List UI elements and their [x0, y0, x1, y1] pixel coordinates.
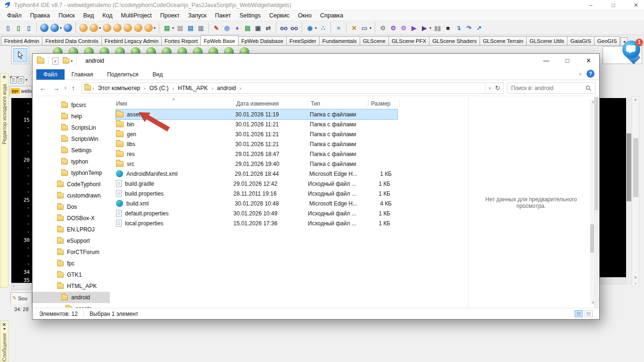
explorer-close-button[interactable]: ✕ — [578, 54, 599, 68]
menu-item-Код[interactable]: Код — [98, 11, 116, 20]
file-row-gen[interactable]: gen30.01.2026 11:21Папка с файлами — [116, 129, 397, 139]
tree-item-ScriptsWin[interactable]: ScriptsWin — [33, 133, 110, 145]
breadcrumb-item-android[interactable]: android — [215, 85, 238, 91]
column-divider[interactable] — [368, 99, 368, 107]
recent-locations-icon[interactable]: ∨ — [63, 86, 68, 90]
tree-item-DOSBox-X[interactable]: DOSBox-X — [33, 213, 110, 224]
ide-maximize-button[interactable]: □ — [610, 2, 617, 8]
menu-item-Вид[interactable]: Вид — [79, 11, 99, 20]
tab-FpWeb Base[interactable]: FpWeb Base — [200, 35, 238, 46]
save-icon[interactable]: ▤ — [175, 23, 185, 33]
select-tool-button[interactable] — [11, 46, 29, 64]
tree-item-fpcsrc[interactable]: fpcsrc — [33, 99, 110, 111]
package-open-dropdown-icon[interactable]: ▾ — [99, 26, 101, 30]
debug-run-dropdown-icon[interactable]: ▾ — [429, 26, 431, 30]
inspect-icon[interactable]: ◎ — [222, 23, 231, 33]
tab-GaiaGIS[interactable]: GaiaGIS — [567, 36, 594, 46]
package-save-icon[interactable] — [103, 24, 111, 32]
step-into-icon[interactable]: ↴ — [454, 23, 463, 33]
file-row-build.gradle[interactable]: build.gradle29.01.2026 12:42Исходный фай… — [116, 179, 397, 189]
source-tab[interactable]: ✎ Sou — [10, 292, 32, 304]
package-tools-icon[interactable] — [134, 24, 142, 32]
menu-item-Справка[interactable]: Справка — [316, 11, 347, 20]
quick-access-customize-icon[interactable]: ▾ — [71, 59, 73, 63]
tab-GeoGIS[interactable]: GeoGIS — [594, 36, 620, 46]
editor-vscrollbar[interactable] — [626, 98, 632, 285]
menu-item-Файл[interactable]: Файл — [3, 11, 26, 20]
project-list-dropdown-icon[interactable]: ▾ — [172, 26, 174, 30]
ide-close-button[interactable]: ✕ — [633, 2, 639, 8]
dock-dropdown-icon[interactable]: ▾ — [25, 78, 27, 82]
tree-item-android[interactable]: android — [33, 292, 110, 303]
thumbnails-view-icon[interactable] — [585, 310, 593, 317]
scroll-up-icon[interactable]: ∧ — [632, 98, 639, 102]
menu-item-Проект[interactable]: Проект — [156, 11, 184, 20]
save-all-icon[interactable]: ▤ — [186, 23, 195, 33]
breadcrumb[interactable]: ›Этот компьютер›OS (C:)›HTML_APK›android… — [82, 82, 504, 94]
ribbon-tab-Главная[interactable]: Главная — [65, 69, 100, 80]
quick-access-properties-icon[interactable]: ✓ — [52, 58, 58, 65]
tab-Firebird Data Controls[interactable]: Firebird Data Controls — [42, 36, 101, 46]
pause-icon[interactable]: ▮▮ — [433, 23, 442, 33]
target-monitor-dropdown-icon[interactable]: ▾ — [370, 26, 372, 30]
column-header-size[interactable]: Размер — [371, 100, 390, 107]
tree-item-fpc[interactable]: fpc — [33, 258, 110, 269]
find-icon[interactable]: oo — [279, 23, 289, 33]
back-button[interactable]: ← — [36, 84, 50, 92]
designer-tab[interactable]: ppr webw — [9, 86, 32, 96]
new-form-icon[interactable]: ▯ — [14, 23, 23, 33]
column-divider[interactable] — [233, 99, 233, 107]
file-row-build.xml[interactable]: build.xml30.01.2026 10:48Microsoft Edge … — [116, 198, 397, 208]
tab-GLScene[interactable]: GLScene — [360, 36, 389, 46]
copy-icon[interactable]: ▥ — [196, 23, 206, 33]
tab-Fortes Report[interactable]: Fortes Report — [161, 36, 201, 46]
debug-run-icon[interactable]: ▶ — [420, 23, 429, 33]
menu-item-Окно[interactable]: Окно — [294, 11, 316, 20]
build-icon[interactable]: ⚙ — [388, 23, 398, 33]
tree-item-customdrawn[interactable]: customdrawn — [33, 190, 110, 201]
view-docs-icon[interactable]: ▤ — [243, 23, 252, 33]
new-frame-icon[interactable]: ▯ — [24, 23, 33, 33]
file-row-bin[interactable]: bin30.01.2026 11:21Папка с файлами — [116, 119, 397, 129]
outer-vscrollbar-thumb[interactable] — [633, 138, 638, 197]
help-button[interactable]: ? — [586, 70, 594, 78]
breadcrumb-item-HTML_APK[interactable]: HTML_APK — [175, 85, 210, 91]
form-edit-icon[interactable]: ✎ — [212, 23, 221, 33]
open-project-dropdown-icon[interactable]: ▾ — [60, 26, 62, 30]
explorer-scrollbar-thumb[interactable] — [594, 97, 598, 210]
column-header-name[interactable]: Имя — [116, 100, 127, 107]
tree-item-ScriptsLin[interactable]: ScriptsLin — [33, 122, 110, 133]
tab-FreeSpider[interactable]: FreeSpider — [286, 36, 320, 46]
breadcrumb-item-OS (C:)[interactable]: OS (C:) — [147, 85, 171, 91]
package-load-icon[interactable] — [113, 24, 122, 32]
column-divider[interactable] — [399, 99, 400, 107]
file-row-res[interactable]: res29.01.2026 18:47Папка с файлами — [116, 149, 397, 159]
address-dropdown-icon[interactable]: ∨ — [488, 86, 492, 90]
file-row-build.properties[interactable]: build.properties28.11.2011 19:16Исходный… — [116, 189, 397, 198]
ribbon-tab-Файл[interactable]: Файл — [36, 69, 65, 80]
tree-item-assets[interactable]: assets — [33, 303, 110, 308]
project-list-icon[interactable]: ▤ — [162, 23, 172, 33]
tree-item-ForCTForum[interactable]: ForCTForum — [33, 247, 110, 258]
open-unit-icon[interactable] — [40, 24, 49, 32]
menu-item-MultiProject[interactable]: MultiProject — [117, 11, 156, 20]
tab-GLScene PFX[interactable]: GLScene PFX — [388, 36, 430, 46]
column-header-date[interactable]: Дата изменения — [236, 100, 279, 107]
tab-Firebird Admin[interactable]: Firebird Admin — [1, 36, 42, 46]
column-header-type[interactable]: Тип — [311, 100, 320, 107]
search-box[interactable] — [507, 82, 595, 94]
messages-strip-close-icon[interactable]: ✕ — [2, 322, 6, 328]
editor-strip-close-icon[interactable]: ✕ — [2, 74, 6, 80]
notification-bubble-icon[interactable]: 1 — [622, 40, 642, 58]
tree-item-Settings[interactable]: Settings — [33, 145, 110, 156]
target-monitor-icon[interactable]: ▭ — [360, 23, 369, 33]
menu-item-Правка[interactable]: Правка — [26, 11, 54, 20]
tree-item-help[interactable]: help — [33, 111, 110, 122]
tab-GLScene Shaders[interactable]: GLScene Shaders — [429, 36, 480, 46]
ribbon-collapse-icon[interactable]: ∨ — [578, 72, 582, 76]
editor-gutter[interactable]: ··15····20····25····30···3435 — [11, 98, 32, 283]
tree-item-GTK1[interactable]: GTK1 — [33, 269, 110, 280]
tab-FpWeb Database[interactable]: FpWeb Database — [238, 36, 287, 46]
tab-GLScene Utils[interactable]: GLScene Utils — [526, 36, 568, 46]
view-units-icon[interactable] — [64, 24, 72, 32]
